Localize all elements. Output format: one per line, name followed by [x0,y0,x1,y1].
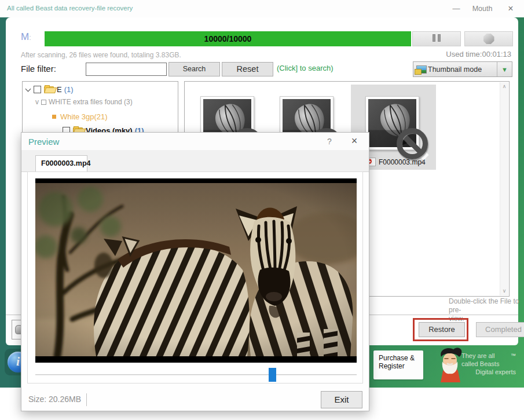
view-mode-label: Thumbnail mode [428,65,497,74]
tree-item-white-3gp[interactable]: White 3gp(21) [52,112,108,121]
file-size-label: Size: 20.26MB [28,395,81,404]
stop-button[interactable] [464,31,513,46]
video-preview[interactable] [35,178,357,363]
zebra-video-frame [35,183,357,356]
exit-button[interactable]: Exit [321,391,362,408]
scroll-up-icon[interactable]: ∧ [500,82,508,91]
tree-collapse-icon[interactable]: v [35,98,39,106]
slider-handle[interactable] [269,368,276,382]
preview-page [27,171,363,384]
search-hint: (Click] to search) [277,64,334,72]
reset-button[interactable]: Reset [222,62,273,76]
close-icon[interactable]: × [501,0,521,17]
chevron-down-icon[interactable]: ▼ [497,62,512,76]
dialog-title: Preview [28,137,59,147]
search-button[interactable]: Search [168,62,220,76]
titlebar: All called Beast data recovery-file reco… [0,0,524,17]
scrollbar-vertical[interactable]: ∧ ∨ [500,82,508,295]
pause-button[interactable] [412,31,461,46]
file-filter-input[interactable] [86,63,167,76]
restore-highlight-box: Restore [413,318,468,341]
bullet-icon [52,115,56,119]
tree-item-drive-e[interactable]: E (1) [26,85,74,94]
video-thumbnail-selected[interactable] [365,96,419,150]
minimize-icon[interactable]: — [446,0,466,17]
slider-track[interactable] [35,374,357,376]
window-title: All called Beast data recovery-file reco… [7,5,133,12]
tree-item-extra-files[interactable]: v WHITE extra files found (3) [35,98,133,106]
scan-summary: After scanning, 26 files were found, tot… [21,51,181,59]
progress-text: 10000/10000 [204,34,252,43]
view-mode-dropdown[interactable]: Thumbnail mode ▼ [413,61,512,77]
scan-progressbar: 10000/10000 [45,31,411,46]
brand-tagline: ™ They are all called Beasts Digital exp… [461,352,516,376]
checkbox-drive-e[interactable] [34,86,41,93]
purchase-register-button[interactable]: Purchase &Register [373,350,423,379]
file-filter-label: File filter: [21,64,56,74]
restore-button[interactable]: Restore [419,322,465,337]
checkbox-extra-files[interactable] [41,100,46,105]
drive-label: M: [21,31,31,43]
video-seek-slider[interactable] [35,368,357,382]
folder-icon [44,86,54,93]
blocked-icon [397,128,428,159]
pause-icon [431,34,442,44]
help-icon[interactable]: ? [324,137,335,146]
used-time: Used time:00:01:13 [446,50,511,59]
scroll-down-icon[interactable]: ∨ [500,287,508,295]
tab-file[interactable]: F0000003.mp4 [35,155,87,172]
dialog-tabstrip: F0000003.mp4 [21,150,369,172]
preview-dialog: Preview ? × F0000003.mp4 [21,132,369,411]
chevron-down-icon[interactable] [25,86,31,92]
trademark: ™ [511,352,516,360]
completed-button[interactable]: Completed [476,322,524,337]
mascot-icon [436,348,464,382]
dialog-header[interactable]: Preview ? × [21,133,369,150]
stop-icon [483,34,494,44]
close-icon[interactable]: × [348,135,361,147]
maximize-button[interactable]: Mouth [466,0,499,17]
divider [86,393,87,406]
thumbnail-mode-icon [416,65,427,74]
